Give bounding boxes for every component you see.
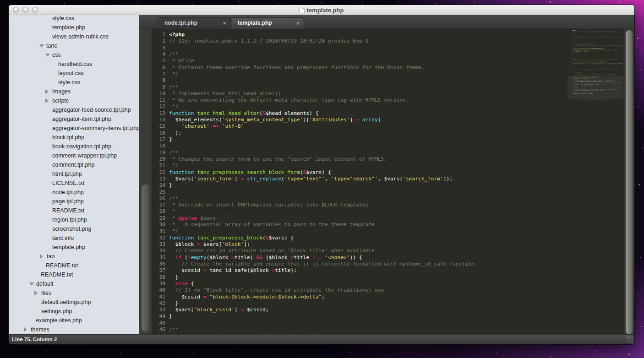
- tree-item-readme-txt[interactable]: README.txt: [9, 270, 139, 279]
- tree-item-template-php[interactable]: template.php: [9, 23, 139, 32]
- sidebar-scrollbar[interactable]: [139, 15, 152, 334]
- document-icon: [300, 7, 305, 13]
- tree-item-label: style.css: [52, 15, 74, 23]
- tree-item-html-tpl-php[interactable]: html.tpl.php: [9, 169, 139, 179]
- code-line: 32function tanc_preprocess_block(&$vars)…: [152, 235, 475, 241]
- chevron-down-icon[interactable]: [29, 282, 34, 286]
- star: [578, 3, 579, 4]
- code-line: 16 );: [152, 130, 475, 136]
- code-line: 33 $block = $vars['block'];: [152, 241, 475, 248]
- tree-item-themes[interactable]: themes: [9, 325, 139, 334]
- tree-item-region-tpl-php[interactable]: region.tpl.php: [9, 215, 139, 224]
- chevron-down-icon[interactable]: [39, 44, 44, 48]
- code-line: 21 */: [152, 163, 475, 169]
- code-line: 29 * @param $vars: [152, 215, 475, 222]
- tab-label: template.php: [238, 18, 272, 28]
- tab-template-php[interactable]: template.php×: [231, 17, 304, 29]
- code-line: 34 // Create css id attribute based on '…: [152, 248, 475, 254]
- tree-item-comment-wrapper-tpl-php[interactable]: comment-wrapper.tpl.php: [9, 151, 139, 160]
- tree-item-aggregator-feed-source-tpl-php[interactable]: aggregator-feed-source.tpl.php: [9, 105, 139, 114]
- tree-item-tanc-info[interactable]: tanc.info: [9, 233, 139, 243]
- line-number: 4: [152, 51, 165, 58]
- tree-item-layout-css[interactable]: layout.css: [9, 69, 139, 78]
- code-line: 15 'charset' => 'utf-8': [152, 123, 475, 130]
- star: [596, 351, 597, 352]
- line-number: 26: [152, 195, 165, 202]
- sidebar-scrollbar-thumb[interactable]: [142, 184, 149, 331]
- tree-item-label: block.tpl.php: [52, 133, 84, 142]
- chevron-right-icon[interactable]: [24, 327, 27, 332]
- chevron-right-icon[interactable]: [34, 291, 38, 295]
- chevron-down-icon[interactable]: [45, 54, 50, 57]
- tree-item-style-css[interactable]: style.css: [9, 78, 139, 87]
- tree-item-style-css[interactable]: style.css: [9, 15, 139, 23]
- editor-scrollbar-thumb[interactable]: [626, 30, 633, 334]
- tree-item-default[interactable]: default: [9, 279, 139, 288]
- tree-item-aggregator-summary-items-tpl-php[interactable]: aggregator-summary-items.tpl.php: [9, 124, 139, 133]
- tree-item-label: aggregator-feed-source.tpl.php: [52, 105, 131, 114]
- code-line: 24}: [152, 182, 475, 189]
- tree-item-screenshot-png[interactable]: screenshot.png: [9, 224, 139, 233]
- star: [398, 1, 399, 2]
- code-line: 7 */: [152, 71, 475, 77]
- title-wrap: template.php: [9, 5, 634, 15]
- chevron-right-icon[interactable]: [45, 89, 49, 94]
- tree-item-label: scripts: [52, 96, 69, 105]
- tree-item-book-navigation-tpl-php[interactable]: book-navigation.tpl.php: [9, 142, 139, 151]
- tree-item-readme-txt[interactable]: README.txt: [9, 206, 139, 215]
- code-line: 9/**: [152, 84, 475, 91]
- editor-scrollbar[interactable]: [623, 29, 634, 334]
- line-number: 19: [152, 150, 165, 156]
- line-number: 36: [152, 261, 165, 267]
- tab-close-icon[interactable]: ×: [223, 18, 226, 28]
- title-bar[interactable]: template.php: [9, 5, 634, 15]
- tree-item-node-tpl-php[interactable]: node.tpl.php: [9, 188, 139, 197]
- tree-item-views-admin-rubik-css[interactable]: views-admin-rubik.css: [9, 32, 139, 41]
- chevron-right-icon[interactable]: [45, 98, 49, 103]
- tab-label: node.tpl.php: [164, 18, 197, 28]
- sidebar-file-tree[interactable]: style.csstemplate.phpviews-admin-rubik.c…: [9, 15, 139, 334]
- line-number: 43: [152, 307, 165, 313]
- code-line: 40 // If no "Block title", create css id…: [152, 287, 475, 293]
- tree-item-license-txt[interactable]: LICENSE.txt: [9, 179, 139, 188]
- line-number: 22: [152, 169, 165, 176]
- tree-item-handheld-css[interactable]: handheld.css: [9, 60, 139, 69]
- line-number: 10: [152, 91, 165, 97]
- minimap-viewport[interactable]: [568, 76, 623, 99]
- tree-item-label: template.php: [52, 23, 85, 32]
- tree-item-template-php[interactable]: template.php: [9, 243, 139, 252]
- tree-item-readme-txt[interactable]: README.txt: [9, 261, 139, 270]
- star: [435, 3, 436, 4]
- tree-item-files[interactable]: files: [9, 288, 139, 298]
- tree-item-settings-php[interactable]: settings.php: [9, 307, 139, 316]
- code-editor[interactable]: 1<?php2// $Id: template.php,v 1.1.2.7 20…: [152, 29, 634, 334]
- line-number: 21: [152, 163, 165, 169]
- chevron-right-icon[interactable]: [40, 254, 43, 259]
- resize-grip[interactable]: [626, 336, 633, 343]
- tree-item-tanc[interactable]: tanc: [9, 41, 139, 50]
- tree-item-label: page.tpl.php: [52, 197, 84, 206]
- star: [474, 2, 475, 3]
- tree-item-block-tpl-php[interactable]: block.tpl.php: [9, 133, 139, 142]
- tree-item-example-sites-php[interactable]: example.sites.php: [9, 316, 139, 325]
- code-line: * We are overwriting the default meta ch…: [568, 45, 622, 46]
- code-area: 1<?php2// $Id: template.php,v 1.1.2.7 20…: [152, 32, 475, 334]
- tab-close-icon[interactable]: ×: [296, 18, 300, 28]
- tree-item-scripts[interactable]: scripts: [9, 96, 139, 105]
- code-line: 25: [152, 189, 475, 195]
- tree-item-default-settings-php[interactable]: default.settings.php: [9, 298, 139, 307]
- star: [193, 352, 194, 353]
- tree-item-aggregator-item-tpl-php[interactable]: aggregator-item.tpl.php: [9, 114, 139, 124]
- line-number: 12: [152, 103, 165, 110]
- tree-item-css[interactable]: css: [9, 50, 139, 60]
- tree-item-comment-tpl-php[interactable]: comment.tpl.php: [9, 160, 139, 169]
- tree-item-images[interactable]: images: [9, 87, 139, 96]
- line-number: 1: [152, 32, 165, 38]
- tab-node-tpl-php[interactable]: node.tpl.php×: [158, 17, 231, 29]
- code-line: * Override or insert PHPTemplate variabl…: [568, 69, 622, 71]
- tree-item-page-tpl-php[interactable]: page.tpl.php: [9, 197, 139, 206]
- code-line: 41 $cssid = "block-$block->module-$block…: [152, 294, 475, 300]
- code-line: 43 $vars['block_cssid'] = $cssid;: [152, 307, 475, 313]
- star: [321, 2, 322, 3]
- tree-item-tao[interactable]: tao: [9, 252, 139, 261]
